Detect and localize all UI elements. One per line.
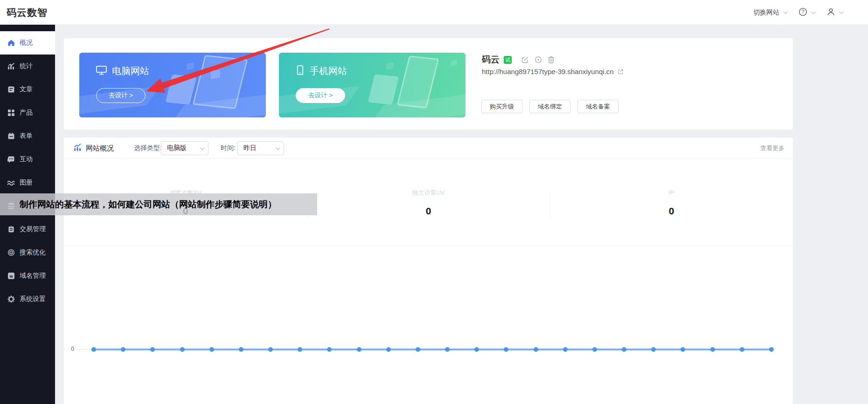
mobile-site-card[interactable]: 手机网站 去设计 > (279, 53, 465, 117)
chart-point (504, 347, 508, 352)
trend-chart-icon (74, 144, 82, 153)
stat-value: 0 (307, 205, 550, 217)
website-overview-panel: 网站概况 选择类型: 电脑版 时间: 昨日 查看更多 浏览次数PV 0 独立访客… (64, 137, 793, 404)
chart-dot-row (94, 347, 771, 352)
sidebar-item-label: 系统设置 (20, 295, 46, 303)
time-filter-label: 时间: (221, 137, 236, 159)
svg-text:?: ? (802, 9, 805, 14)
card-decoration (451, 60, 457, 66)
switch-site-dropdown[interactable]: 切换网站 (753, 8, 786, 17)
target-icon (7, 249, 15, 257)
stat-label: 独立访客UV (307, 189, 550, 197)
type-filter-label: 选择类型: (134, 137, 162, 159)
chevron-down-icon (811, 9, 816, 14)
clipboard-icon (7, 226, 15, 233)
chart-point (91, 347, 96, 352)
chevron-down-icon (783, 9, 788, 14)
sidebar-item-overview[interactable]: 概况 (0, 31, 55, 55)
chat-icon (7, 156, 15, 164)
chart-point (563, 347, 568, 352)
switch-site-label: 切换网站 (753, 8, 779, 17)
sidebar-item-forms[interactable]: 表单 (0, 124, 55, 148)
chart-point (268, 347, 273, 352)
chart-point (651, 347, 656, 352)
sidebar-item-label: 文章 (20, 85, 33, 94)
sidebar-item-seo[interactable]: 搜索优化 (0, 241, 55, 264)
edit-icon[interactable] (521, 56, 529, 63)
trial-badge: 试 (504, 56, 512, 64)
card-decoration (187, 62, 194, 70)
chart-point (474, 347, 479, 352)
sidebar-item-interaction[interactable]: 互动 (0, 148, 55, 171)
card-decoration (368, 74, 399, 105)
svg-text:w: w (9, 274, 13, 279)
chart-point (180, 347, 185, 352)
view-more-link[interactable]: 查看更多 (760, 137, 785, 159)
form-icon (7, 132, 15, 140)
chart-point (121, 347, 125, 352)
external-link-icon (617, 68, 624, 75)
help-icon: ? (799, 7, 807, 18)
chart-point (327, 347, 332, 352)
site-title-row: 码云 试 (482, 54, 555, 66)
help-dropdown[interactable]: ? (799, 7, 814, 18)
sidebar-item-trade[interactable]: 交易管理 (0, 218, 55, 241)
stat-label: IP (550, 189, 793, 196)
top-header: 码云数智 切换网站 ? (0, 0, 868, 25)
account-dropdown[interactable] (826, 7, 842, 18)
chart-point (592, 347, 597, 352)
chart-point (740, 347, 744, 352)
domain-w-icon: w (7, 272, 15, 280)
sidebar-item-label: 交易管理 (20, 225, 46, 233)
mobile-site-title: 手机网站 (296, 65, 347, 77)
sidebar-item-label: 搜索优化 (20, 248, 46, 257)
pc-design-button[interactable]: 去设计 > (96, 88, 146, 103)
sidebar-item-label: 域名管理 (20, 272, 46, 280)
sidebar-item-label: 统计 (20, 62, 33, 70)
sidebar-item-label: 概况 (20, 39, 33, 47)
site-name: 码云 (482, 54, 500, 66)
pc-site-title: 电脑网站 (96, 65, 149, 77)
sidebar-item-products[interactable]: 产品 (0, 101, 55, 124)
bind-domain-button[interactable]: 域名绑定 (529, 100, 570, 113)
site-action-buttons: 购买升级 域名绑定 域名备案 (481, 100, 618, 113)
sidebar-item-label: 互动 (20, 155, 33, 164)
gear-icon (7, 295, 15, 303)
domain-record-button[interactable]: 域名备案 (577, 100, 618, 113)
tooltip-text: 制作网站的基本流程，如何建公司网站（网站制作步骤简要说明） (0, 199, 277, 211)
card-decoration (211, 69, 220, 79)
sidebar-item-articles[interactable]: 文章 (0, 78, 55, 101)
sidebar-item-label: 表单 (20, 132, 33, 140)
pc-site-card[interactable]: 电脑网站 去设计 > (79, 53, 266, 117)
chevron-down-icon (276, 145, 280, 150)
overview-toolbar: 网站概况 选择类型: 电脑版 时间: 昨日 查看更多 (64, 137, 793, 159)
sidebar-item-domain[interactable]: w 域名管理 (0, 264, 55, 288)
chart-point (298, 347, 302, 352)
chart-point (239, 347, 243, 352)
site-url-link[interactable]: http://huang897157type-39.shanxiyunqi.cn (482, 68, 624, 75)
bar-chart-icon (7, 62, 15, 70)
card-decoration (386, 62, 394, 70)
header-controls: 切换网站 ? (753, 0, 842, 25)
preview-icon[interactable] (535, 56, 542, 63)
home-icon (7, 39, 15, 47)
sidebar-item-gallery[interactable]: 图册 (0, 171, 55, 194)
chart-point (534, 347, 538, 352)
chart-y-tick: 0 (65, 346, 74, 352)
chevron-down-icon (839, 9, 844, 14)
sidebar-item-settings[interactable]: 系统设置 (0, 288, 55, 311)
chart-point (710, 347, 715, 352)
monitor-icon (96, 65, 107, 77)
sidebar-item-stats[interactable]: 统计 (0, 55, 55, 78)
time-select[interactable]: 昨日 (237, 141, 284, 155)
site-url: http://huang897157type-39.shanxiyunqi.cn (482, 68, 614, 75)
user-icon (826, 7, 835, 18)
image-wave-icon (7, 179, 15, 187)
upgrade-button[interactable]: 购买升级 (481, 100, 522, 113)
delete-icon[interactable] (548, 56, 555, 63)
chart-point (769, 347, 774, 352)
type-select[interactable]: 电脑版 (161, 141, 208, 155)
mobile-design-button[interactable]: 去设计 > (296, 88, 345, 103)
stat-divider (550, 192, 550, 218)
chart-point (681, 347, 685, 352)
